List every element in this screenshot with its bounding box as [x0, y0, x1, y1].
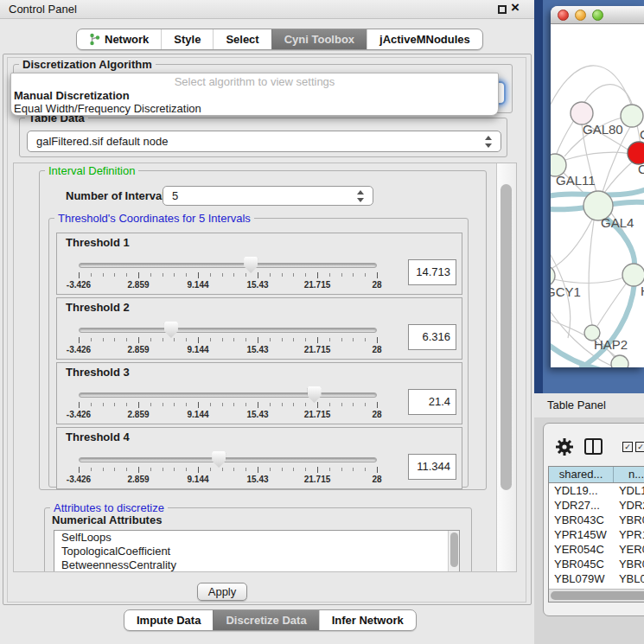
threshold-1-value-field[interactable]: 14.713: [408, 259, 456, 285]
table-row[interactable]: YBR043CYBR0: [549, 513, 644, 527]
table-row[interactable]: YBR045CYBR0: [549, 557, 644, 571]
close-icon[interactable]: ×: [511, 0, 520, 16]
minor-tick: [126, 403, 127, 406]
table-cell[interactable]: YDR27...: [549, 498, 614, 513]
node-gcy1[interactable]: [551, 265, 555, 286]
table-data-value: galFiltered.sif default node: [36, 131, 168, 151]
threshold-1-panel: Threshold 1 -3.4262.8599.14415.4321.7152…: [56, 233, 462, 295]
table-row[interactable]: YDR27...YDR2: [549, 498, 644, 513]
threshold-1-slider-thumb[interactable]: [244, 257, 258, 273]
minor-tick: [282, 273, 283, 277]
node-green[interactable]: [621, 105, 643, 127]
threshold-1-label: Threshold 1: [66, 236, 130, 249]
threshold-4-panel: Threshold 4 -3.4262.8599.14415.4321.7152…: [56, 427, 462, 489]
threshold-2-slider-thumb[interactable]: [164, 322, 178, 338]
minor-tick: [103, 338, 104, 341]
threshold-4-value-field[interactable]: 11.344: [408, 454, 456, 480]
minor-tick: [222, 468, 223, 471]
gear-icon[interactable]: [555, 437, 574, 456]
network-canvas[interactable]: GAL80 GA GAL11 O GAL4 GCY1 H HAP2: [551, 25, 644, 367]
list-item[interactable]: BetweennessCentrality: [54, 558, 459, 572]
tab-infer-network[interactable]: Infer Network: [319, 610, 416, 630]
tab-network[interactable]: Network: [77, 29, 161, 49]
major-tick: [138, 467, 139, 473]
minor-tick: [150, 273, 151, 277]
table-cell[interactable]: YBR0: [614, 557, 644, 571]
minor-tick: [329, 403, 330, 406]
major-tick: [258, 272, 258, 278]
list-item[interactable]: TopologicalCoefficient: [54, 545, 459, 558]
table-cell[interactable]: YBL0: [614, 571, 644, 586]
table-cell[interactable]: YER0: [614, 542, 644, 557]
threshold-2-slider-track[interactable]: [79, 328, 377, 333]
table-body[interactable]: YDL19...YDL1YDR27...YDR2YBR043CYBR0YPR14…: [549, 483, 644, 602]
column-header-name[interactable]: n...: [614, 467, 644, 482]
control-panel-titlebar: Control Panel ×: [0, 0, 534, 19]
table-cell[interactable]: YBR043C: [549, 513, 614, 527]
major-tick: [198, 402, 199, 408]
network-window-titlebar[interactable]: [551, 6, 644, 24]
scrollbar-thumb[interactable]: [501, 184, 512, 490]
minor-tick: [353, 273, 354, 277]
tab-select[interactable]: Select: [213, 29, 271, 49]
minor-tick: [186, 338, 187, 341]
table-cell[interactable]: YDL1: [614, 483, 644, 498]
checkbox-checked-icon[interactable]: ✓: [622, 442, 633, 452]
minor-tick: [126, 468, 127, 471]
table-cell[interactable]: YDR2: [614, 498, 644, 513]
settings-vertical-scrollbar[interactable]: [496, 163, 516, 571]
number-of-intervals-spinner[interactable]: 5: [163, 186, 373, 206]
split-columns-icon[interactable]: [584, 438, 603, 455]
split-pane-divider[interactable]: [534, 0, 543, 393]
node-bottom[interactable]: [611, 355, 628, 367]
float-window-icon[interactable]: [498, 5, 507, 14]
threshold-2-value-field[interactable]: 6.316: [408, 324, 456, 350]
table-cell[interactable]: YBL079W: [549, 571, 614, 586]
node-label-gal4: GAL4: [601, 215, 634, 230]
close-traffic-light-icon[interactable]: [558, 10, 569, 21]
threshold-2-panel: Threshold 2 -3.4262.8599.14415.4321.7152…: [56, 297, 462, 360]
table-horizontal-scrollbar[interactable]: [549, 589, 644, 602]
apply-button[interactable]: Apply: [197, 583, 247, 601]
tab-cyni-toolbox[interactable]: Cyni Toolbox: [271, 29, 367, 49]
table-row[interactable]: YPR145WYPR1: [549, 527, 644, 542]
dropdown-option-manual[interactable]: Manual Discretization: [14, 89, 130, 102]
table-row[interactable]: YBL079WYBL0: [549, 571, 644, 586]
table-header-row: shared... n...: [549, 467, 644, 483]
scrollbar-thumb[interactable]: [551, 591, 644, 600]
minor-tick: [91, 468, 92, 471]
threshold-3-slider-thumb[interactable]: [308, 386, 322, 403]
minimize-traffic-light-icon[interactable]: [575, 10, 586, 21]
list-item[interactable]: SelfLoops: [54, 531, 459, 545]
threshold-3-value-field[interactable]: 21.4: [408, 389, 456, 415]
table-cell[interactable]: YBR045C: [549, 557, 614, 571]
minor-tick: [210, 273, 211, 277]
network-view-window[interactable]: GAL80 GA GAL11 O GAL4 GCY1 H HAP2: [551, 6, 644, 367]
zoom-traffic-light-icon[interactable]: [592, 10, 603, 21]
tab-impute-data[interactable]: Impute Data: [124, 610, 213, 630]
column-header-shared-name[interactable]: shared...: [549, 467, 614, 482]
tab-style[interactable]: Style: [161, 29, 213, 49]
minor-tick: [233, 273, 234, 277]
table-cell[interactable]: YPR145W: [549, 527, 614, 542]
attributes-list-scrollbar[interactable]: [448, 531, 459, 572]
tab-jactivemnodules[interactable]: jActiveMNodules: [367, 29, 482, 49]
threshold-3-slider-track[interactable]: [79, 392, 377, 398]
table-row[interactable]: YER054CYER0: [549, 542, 644, 557]
threshold-4-slider-track[interactable]: [79, 457, 377, 462]
threshold-4-slider-thumb[interactable]: [212, 451, 226, 468]
table-data-combobox[interactable]: galFiltered.sif default node: [27, 131, 501, 152]
numerical-attributes-list[interactable]: SelfLoops TopologicalCoefficient Between…: [54, 530, 460, 572]
threshold-1-slider-track[interactable]: [79, 263, 377, 268]
table-cell[interactable]: YER054C: [549, 542, 614, 557]
checkbox-checked-icon[interactable]: ✓: [635, 442, 644, 452]
table-cell[interactable]: YDL19...: [549, 483, 614, 498]
table-cell[interactable]: YPR1: [614, 527, 644, 542]
table-cell[interactable]: YBR0: [614, 513, 644, 527]
major-tick: [377, 337, 378, 343]
minor-tick: [233, 468, 234, 471]
dropdown-option-equal-width[interactable]: Equal Width/Frequency Discretization: [14, 102, 201, 115]
table-row[interactable]: YDL19...YDL1: [549, 483, 644, 498]
network-icon: [89, 33, 100, 46]
tab-discretize-data[interactable]: Discretize Data: [213, 610, 318, 630]
